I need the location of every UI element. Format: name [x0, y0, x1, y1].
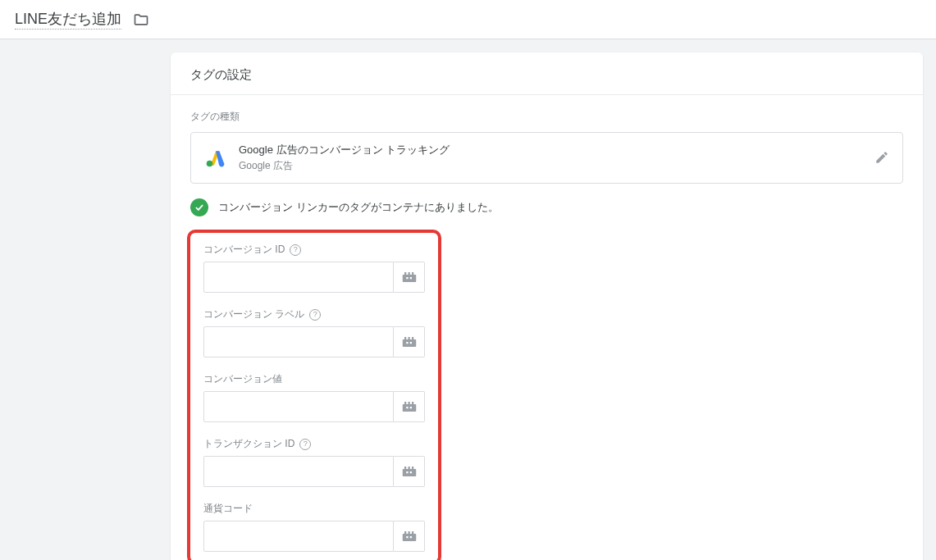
svg-rect-19 — [402, 469, 416, 476]
google-ads-icon — [203, 146, 227, 171]
currency-code-input[interactable] — [203, 521, 394, 552]
label-text: コンバージョン値 — [203, 372, 282, 386]
svg-rect-5 — [406, 277, 408, 279]
conversion-id-label: コンバージョン ID ? — [203, 243, 425, 257]
svg-rect-6 — [409, 277, 411, 279]
tag-settings-card: タグの設定 タグの種類 Google 広告のコンバージョン トラッキング Goo… — [171, 52, 923, 560]
tag-type-title: Google 広告のコンバージョン トラッキング — [239, 143, 874, 157]
svg-rect-21 — [408, 467, 409, 469]
field-transaction-id: トランザクション ID ? — [203, 437, 425, 487]
variable-picker-icon[interactable] — [394, 456, 425, 487]
tag-type-subtitle: Google 広告 — [239, 159, 874, 173]
svg-rect-23 — [406, 471, 408, 473]
svg-rect-12 — [409, 342, 411, 344]
status-row: コンバージョン リンカーのタグがコンテナにありました。 — [190, 198, 903, 216]
page-body: タグの設定 タグの種類 Google 広告のコンバージョン トラッキング Goo… — [0, 39, 936, 560]
page-header: LINE友だち追加 — [0, 0, 936, 39]
card-content: タグの種類 Google 広告のコンバージョン トラッキング Google 広告 — [171, 95, 923, 560]
conversion-value-label: コンバージョン値 — [203, 372, 425, 386]
transaction-id-label: トランザクション ID ? — [203, 437, 425, 451]
svg-rect-11 — [406, 342, 408, 344]
variable-picker-icon[interactable] — [394, 262, 425, 293]
svg-rect-2 — [404, 272, 406, 275]
svg-rect-26 — [404, 531, 406, 534]
page-title[interactable]: LINE友だち追加 — [15, 9, 121, 30]
svg-rect-18 — [409, 407, 411, 408]
svg-rect-25 — [402, 534, 416, 541]
svg-rect-30 — [409, 536, 411, 538]
currency-code-label: 通貨コード — [203, 502, 425, 516]
check-circle-icon — [190, 198, 208, 216]
svg-rect-10 — [412, 337, 413, 339]
help-icon[interactable]: ? — [309, 309, 321, 321]
field-conversion-id: コンバージョン ID ? — [203, 243, 425, 293]
svg-rect-24 — [409, 471, 411, 473]
field-conversion-value: コンバージョン値 — [203, 372, 425, 422]
label-text: コンバージョン ID — [203, 243, 285, 257]
variable-picker-icon[interactable] — [394, 521, 425, 552]
svg-rect-29 — [406, 536, 408, 538]
svg-rect-15 — [408, 402, 409, 404]
svg-rect-4 — [412, 272, 413, 275]
variable-picker-icon[interactable] — [394, 326, 425, 357]
svg-rect-14 — [404, 402, 406, 404]
svg-rect-28 — [412, 531, 413, 534]
tag-type-section-label: タグの種類 — [190, 110, 903, 124]
conversion-value-input[interactable] — [203, 391, 394, 422]
help-icon[interactable]: ? — [290, 244, 301, 256]
label-text: トランザクション ID — [203, 437, 294, 451]
svg-rect-27 — [408, 531, 409, 534]
card-title: タグの設定 — [171, 52, 923, 95]
svg-rect-22 — [412, 467, 413, 469]
conversion-label-label: コンバージョン ラベル ? — [203, 307, 425, 321]
status-message: コンバージョン リンカーのタグがコンテナにありました。 — [218, 200, 499, 215]
field-currency-code: 通貨コード — [203, 502, 425, 552]
conversion-label-input[interactable] — [203, 326, 394, 357]
svg-point-0 — [207, 160, 213, 166]
conversion-id-input[interactable] — [203, 262, 394, 293]
folder-icon[interactable] — [133, 11, 149, 28]
svg-rect-1 — [402, 275, 416, 282]
svg-rect-7 — [402, 339, 416, 347]
variable-picker-icon[interactable] — [394, 391, 425, 422]
label-text: 通貨コード — [203, 502, 253, 516]
edit-icon[interactable] — [874, 150, 891, 166]
tag-type-text: Google 広告のコンバージョン トラッキング Google 広告 — [239, 143, 874, 173]
highlighted-fields: コンバージョン ID ? コンバージョン ラベル ? — [187, 230, 441, 560]
transaction-id-input[interactable] — [203, 456, 394, 487]
help-icon[interactable]: ? — [299, 439, 311, 450]
svg-rect-17 — [406, 407, 408, 408]
field-conversion-label: コンバージョン ラベル ? — [203, 307, 425, 357]
svg-rect-13 — [402, 404, 416, 412]
svg-rect-20 — [404, 467, 406, 469]
svg-rect-9 — [408, 337, 409, 339]
tag-type-row[interactable]: Google 広告のコンバージョン トラッキング Google 広告 — [190, 132, 903, 184]
svg-rect-16 — [412, 402, 413, 404]
svg-rect-8 — [404, 337, 406, 339]
label-text: コンバージョン ラベル — [203, 307, 304, 321]
svg-rect-3 — [408, 272, 409, 275]
